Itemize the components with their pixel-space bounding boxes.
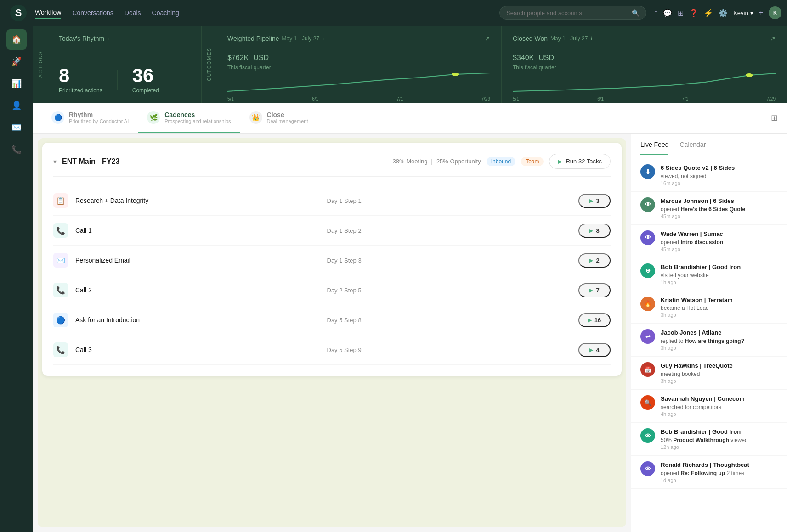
pipeline-sublabel: This fiscal quarter: [227, 64, 324, 71]
sidebar-item-mail[interactable]: ✉️: [6, 118, 27, 138]
logo: S: [10, 5, 27, 21]
list-item[interactable]: 👁 Bob Brandishier | Good Iron 50% Produc…: [631, 423, 787, 456]
list-item[interactable]: 🔍 Savannah Nguyen | Conecom searched for…: [631, 390, 787, 423]
nav-conversations[interactable]: Conversations: [72, 7, 113, 18]
settings-icon[interactable]: ⚙️: [719, 9, 728, 17]
tab-close[interactable]: 👑 Close Deal management: [240, 103, 317, 133]
closed-won-info-icon[interactable]: ℹ: [590, 36, 592, 42]
nav-deals[interactable]: Deals: [125, 7, 141, 18]
list-item[interactable]: 👁 Wade Warren | Sumac opened Intro discu…: [631, 225, 787, 258]
table-row: ✉️ Personalized Email Day 1 Step 3 ▶ 2: [53, 246, 611, 275]
cadence-chevron-icon[interactable]: ▾: [53, 158, 57, 165]
cadence-stats: 38% Meeting | 25% Opportunity: [393, 158, 481, 165]
feed-time-5: 3h ago: [661, 312, 778, 318]
pipeline-date: May 1 - July 27: [282, 35, 319, 42]
cadences-tab-icon: 🌿: [147, 111, 160, 124]
tab-rhythm[interactable]: 🔵 Rhythm Prioritized by Conductor AI: [42, 103, 138, 133]
sidebar-item-rocket[interactable]: 🚀: [6, 51, 27, 72]
feed-content-5: Kristin Watson | Terratam became a Hot L…: [661, 297, 778, 318]
closed-won-expand-icon[interactable]: ↗: [770, 35, 776, 42]
feed-action-4: visited your website: [661, 272, 778, 279]
plus-button[interactable]: +: [759, 9, 763, 17]
table-row: 📞 Call 3 Day 5 Step 9 ▶ 4: [53, 335, 611, 365]
nav-coaching[interactable]: Coaching: [152, 7, 179, 18]
stat-meeting: 38% Meeting: [393, 158, 428, 165]
play-icon-3: ▶: [589, 288, 593, 293]
tag-inbound[interactable]: Inbound: [487, 157, 515, 166]
sidebar-item-home[interactable]: 🏠: [6, 29, 27, 50]
rhythm-info-icon[interactable]: ℹ: [107, 36, 109, 42]
task-name-2: Personalized Email: [75, 257, 320, 264]
outcomes-label: OUTCOMES: [202, 26, 216, 103]
search-input[interactable]: [506, 10, 632, 17]
filter-icon[interactable]: ⊞: [771, 113, 778, 123]
feed-avatar-9: 👁: [640, 428, 655, 443]
search-bar[interactable]: 🔍: [499, 6, 646, 20]
list-item[interactable]: ⬇ 6 Sides Quote v2 | 6 Sides viewed, not…: [631, 159, 787, 192]
task-name-4: Ask for an Introduction: [75, 316, 320, 324]
list-item[interactable]: 👁 Marcus Johnson | 6 Sides opened Here's…: [631, 192, 787, 225]
list-item[interactable]: 📅 Guy Hawkins | TreeQuote meeting booked…: [631, 357, 787, 390]
pipeline-expand-icon[interactable]: ↗: [485, 35, 490, 42]
pipeline-info-icon[interactable]: ℹ: [322, 36, 324, 42]
closed-won-amount: $340K USD: [513, 45, 592, 64]
task-run-0[interactable]: ▶ 3: [578, 194, 611, 208]
chat-icon[interactable]: 💬: [663, 9, 672, 17]
tag-team[interactable]: Team: [521, 157, 544, 166]
feed-time-4: 1h ago: [661, 280, 778, 285]
chevron-down-icon: ▾: [750, 10, 753, 17]
feed-time-9: 12h ago: [661, 444, 778, 450]
task-step-0: Day 1 Step 1: [327, 197, 572, 204]
cadence-header: ▾ ENT Main - FY23 38% Meeting | 25% Oppo…: [53, 154, 611, 177]
cadences-tab-sublabel: Prospecting and relationships: [164, 118, 231, 124]
task-run-4[interactable]: ▶ 16: [578, 313, 611, 327]
task-icon-call3: 📞: [53, 342, 68, 357]
list-item[interactable]: 🔥 Kristin Watson | Terratam became a Hot…: [631, 291, 787, 324]
completed-count: 36: [132, 66, 159, 85]
play-icon: ▶: [558, 158, 562, 165]
table-row: 📞 Call 1 Day 1 Step 2 ▶ 8: [53, 216, 611, 246]
cadence-card: ▾ ENT Main - FY23 38% Meeting | 25% Oppo…: [42, 143, 622, 376]
sidebar-item-phone[interactable]: 📞: [6, 140, 27, 160]
feed-title-1: 6 Sides Quote v2 | 6 Sides: [661, 164, 778, 172]
rhythm-tab-icon: 🔵: [51, 111, 64, 124]
feed-title-6: Jacob Jones | Atilane: [661, 329, 778, 337]
main: ACTIONS Today's Rhythm ℹ 8 Prioritized a…: [33, 26, 787, 532]
tab-cadences[interactable]: 🌿 Cadences Prospecting and relationships: [138, 103, 240, 133]
feed-action-6: replied to How are things going?: [661, 338, 778, 344]
play-icon-1: ▶: [589, 228, 593, 233]
run-tasks-button[interactable]: ▶ Run 32 Tasks: [549, 154, 611, 169]
closed-won-sublabel: This fiscal quarter: [513, 64, 592, 71]
nav-actions: ↑ 💬 ⊞ ❓ ⚡ ⚙️ Kevin ▾ + K: [654, 6, 781, 19]
nav-workflow[interactable]: Workflow: [35, 7, 61, 19]
feed-title-3: Wade Warren | Sumac: [661, 230, 778, 238]
feed-content-10: Ronald Richards | Thoughtbeat opened Re:…: [661, 461, 778, 483]
feed-avatar-10: 👁: [640, 461, 655, 476]
sidebar-item-chart[interactable]: 📊: [6, 73, 27, 94]
upload-icon[interactable]: ↑: [654, 9, 657, 17]
lightning-icon[interactable]: ⚡: [704, 9, 713, 17]
feed-content-1: 6 Sides Quote v2 | 6 Sides viewed, not s…: [661, 164, 778, 186]
task-name-5: Call 3: [75, 346, 320, 353]
tab-calendar[interactable]: Calendar: [679, 141, 706, 155]
task-run-3[interactable]: ▶ 7: [578, 283, 611, 297]
tab-live-feed[interactable]: Live Feed: [640, 141, 668, 155]
user-menu[interactable]: Kevin ▾: [733, 10, 753, 17]
sidebar-item-person[interactable]: 👤: [6, 95, 27, 116]
grid-icon[interactable]: ⊞: [678, 9, 684, 17]
play-icon-0: ▶: [589, 198, 593, 203]
task-run-5[interactable]: ▶ 4: [578, 343, 611, 357]
task-icon-call2: 📞: [53, 283, 68, 297]
task-run-1[interactable]: ▶ 8: [578, 224, 611, 238]
list-item[interactable]: ↩ Jacob Jones | Atilane replied to How a…: [631, 324, 787, 357]
help-icon[interactable]: ❓: [689, 9, 698, 17]
feed-time-2: 45m ago: [661, 213, 778, 219]
svg-point-0: [452, 73, 459, 76]
feed-title-4: Bob Brandishier | Good Iron: [661, 263, 778, 271]
list-item[interactable]: ⊕ Bob Brandishier | Good Iron visited yo…: [631, 258, 787, 291]
task-step-2: Day 1 Step 3: [327, 257, 572, 264]
avatar[interactable]: K: [769, 6, 781, 19]
task-run-2[interactable]: ▶ 2: [578, 253, 611, 268]
svg-point-1: [746, 73, 753, 77]
list-item[interactable]: 👁 Ronald Richards | Thoughtbeat opened R…: [631, 456, 787, 489]
